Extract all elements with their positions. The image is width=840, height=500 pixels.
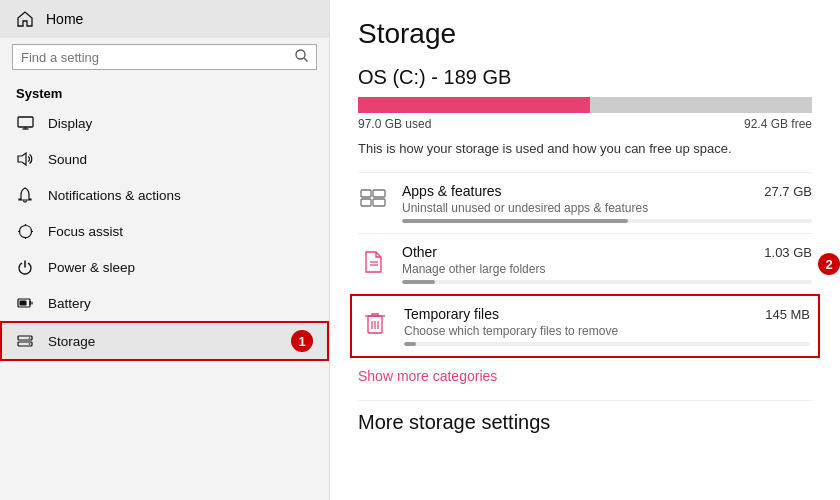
other-bar-fill	[402, 280, 435, 284]
sidebar-item-notifications[interactable]: Notifications & actions	[0, 177, 329, 213]
sidebar-item-home[interactable]: Home	[0, 0, 329, 38]
page-title: Storage	[358, 18, 812, 50]
apps-desc: Uninstall unused or undesired apps & fea…	[402, 201, 812, 215]
svg-point-0	[296, 50, 305, 59]
sidebar-section-label: System	[0, 80, 329, 105]
battery-icon	[16, 294, 34, 312]
svg-line-1	[304, 58, 308, 62]
sidebar-item-label-display: Display	[48, 116, 92, 131]
sidebar-item-label-storage: Storage	[48, 334, 95, 349]
svg-rect-12	[361, 190, 371, 197]
search-icon	[295, 49, 308, 65]
svg-rect-7	[20, 301, 27, 306]
sidebar-storage-badge: 1	[291, 330, 313, 352]
home-icon	[16, 10, 34, 28]
sidebar-item-storage[interactable]: Storage 1	[0, 321, 329, 361]
search-box[interactable]	[12, 44, 317, 70]
apps-icon	[358, 185, 388, 215]
other-icon	[358, 246, 388, 276]
trash-icon	[360, 308, 390, 338]
storage-icon	[16, 332, 34, 350]
storage-bar	[358, 97, 812, 113]
focus-icon	[16, 222, 34, 240]
temp-size: 145 MB	[765, 307, 810, 322]
temp-bar-fill	[404, 342, 416, 346]
storage-item-temp[interactable]: Temporary files 145 MB Choose which temp…	[350, 294, 820, 358]
storage-description: This is how your storage is used and how…	[358, 141, 812, 156]
more-storage-settings: More storage settings	[358, 400, 812, 434]
svg-marker-5	[18, 153, 26, 165]
storage-item-other[interactable]: Other 1.03 GB Manage other large folders…	[358, 233, 812, 294]
sidebar-item-label-battery: Battery	[48, 296, 91, 311]
notifications-icon	[16, 186, 34, 204]
other-name: Other	[402, 244, 437, 260]
used-label: 97.0 GB used	[358, 117, 431, 131]
sidebar-item-label-sound: Sound	[48, 152, 87, 167]
storage-item-apps[interactable]: Apps & features 27.7 GB Uninstall unused…	[358, 172, 812, 233]
temp-name: Temporary files	[404, 306, 499, 322]
temp-desc: Choose which temporary files to remove	[404, 324, 810, 338]
power-icon	[16, 258, 34, 276]
storage-bar-used	[358, 97, 590, 113]
sidebar-item-display[interactable]: Display	[0, 105, 329, 141]
svg-point-10	[29, 337, 31, 339]
other-badge: 2	[818, 253, 840, 275]
apps-bar-fill	[402, 219, 628, 223]
svg-point-11	[29, 343, 31, 345]
show-more-link[interactable]: Show more categories	[358, 358, 812, 394]
sidebar-item-battery[interactable]: Battery	[0, 285, 329, 321]
other-details: Other 1.03 GB Manage other large folders	[402, 244, 812, 284]
apps-details: Apps & features 27.7 GB Uninstall unused…	[402, 183, 812, 223]
temp-details: Temporary files 145 MB Choose which temp…	[404, 306, 810, 346]
drive-title: OS (C:) - 189 GB	[358, 66, 812, 89]
sidebar-item-power[interactable]: Power & sleep	[0, 249, 329, 285]
monitor-icon	[16, 114, 34, 132]
svg-rect-15	[373, 199, 385, 206]
svg-rect-13	[361, 199, 371, 206]
apps-size: 27.7 GB	[764, 184, 812, 199]
free-label: 92.4 GB free	[744, 117, 812, 131]
home-label: Home	[46, 11, 83, 27]
sidebar-item-label-notifications: Notifications & actions	[48, 188, 181, 203]
main-content: Storage OS (C:) - 189 GB 97.0 GB used 92…	[330, 0, 840, 500]
sidebar-item-sound[interactable]: Sound	[0, 141, 329, 177]
sidebar-item-label-focus: Focus assist	[48, 224, 123, 239]
sidebar: Home System Display	[0, 0, 330, 500]
apps-name: Apps & features	[402, 183, 502, 199]
sidebar-item-focus[interactable]: Focus assist	[0, 213, 329, 249]
svg-rect-14	[373, 190, 385, 197]
sidebar-item-label-power: Power & sleep	[48, 260, 135, 275]
storage-labels: 97.0 GB used 92.4 GB free	[358, 117, 812, 131]
other-size: 1.03 GB	[764, 245, 812, 260]
svg-rect-2	[18, 117, 33, 127]
other-desc: Manage other large folders	[402, 262, 812, 276]
search-input[interactable]	[21, 50, 289, 65]
sound-icon	[16, 150, 34, 168]
